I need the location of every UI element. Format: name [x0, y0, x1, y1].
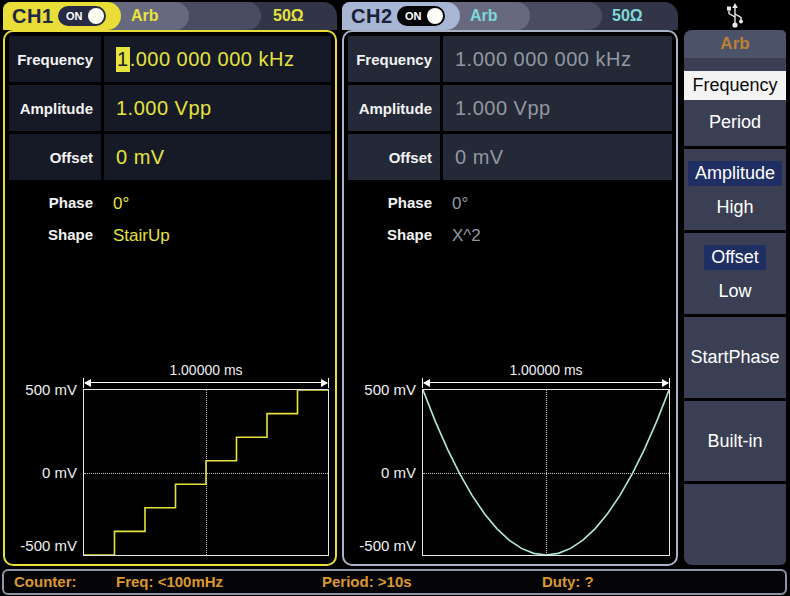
ch2-mode-label: Arb: [470, 7, 498, 25]
menu-item-period[interactable]: Period: [709, 112, 761, 133]
ch1-shape-value: StairUp: [101, 226, 170, 246]
ch1-phase-label: Phase: [9, 194, 101, 214]
ch1-power-toggle[interactable]: ON: [58, 6, 106, 26]
ch1-toggle-knob: [88, 8, 104, 24]
ch2-power-state: ON: [405, 10, 422, 22]
ch2-timespan-label: 1.00000 ms: [422, 362, 670, 378]
ch1-shape-label: Shape: [9, 226, 101, 246]
menu-item-startphase[interactable]: StartPhase: [690, 347, 779, 368]
menu-item-offset[interactable]: Offset: [704, 245, 766, 270]
ch1-mode-label: Arb: [131, 7, 159, 25]
ch1-panel: CH1 ON Arb 50Ω Frequency 1.000 000 000 k…: [3, 2, 337, 566]
ch1-phase-shape: Phase 0° Shape StairUp: [9, 194, 331, 258]
ch1-edit-cursor: 1: [116, 47, 130, 72]
ch2-offset-label: Offset: [348, 134, 440, 180]
ch2-phase-value: 0°: [440, 194, 468, 214]
ch1-ymin-label: -500 mV: [9, 537, 77, 554]
ch1-phase-value: 0°: [101, 194, 129, 214]
counter-duty: Duty: ?: [542, 573, 594, 590]
ch2-amplitude-label: Amplitude: [348, 85, 440, 131]
ch1-offset-row: Offset 0 mV: [9, 134, 331, 180]
ch2-frequency-value[interactable]: 1.000 000 000 kHz: [443, 36, 672, 82]
menu-item-builtin[interactable]: Built-in: [707, 431, 762, 452]
ch2-power-toggle[interactable]: ON: [397, 6, 445, 26]
ch2-header: CH2 ON Arb 50Ω: [342, 2, 678, 30]
counter-period: Period: >10s: [322, 573, 412, 590]
ch1-waveform-area: 1.00000 ms 500 mV 0 mV -500 mV: [9, 362, 331, 556]
ch2-phase-label: Phase: [348, 194, 440, 214]
menu-item-frequency[interactable]: Frequency: [684, 71, 786, 100]
menu-section-amplitude: Amplitude High: [684, 146, 786, 230]
menu-section-startphase: StartPhase: [684, 314, 786, 398]
ch2-toggle-knob: [427, 8, 443, 24]
ch1-ymax-label: 500 mV: [9, 381, 77, 398]
usb-icon: [725, 3, 745, 29]
ch1-waveform-plot: [83, 389, 329, 556]
ch2-waveform-path: [423, 390, 669, 555]
softkey-menu-panel: Arb Frequency Period Amplitude High Offs…: [684, 30, 786, 565]
arrow-right-icon: [662, 379, 669, 387]
counter-statusbar: Counter: Freq: <100mHz Period: >10s Duty…: [2, 569, 787, 595]
ch1-frequency-label: Frequency: [9, 36, 101, 82]
ch2-amplitude-row: Amplitude 1.000 Vpp: [348, 85, 672, 131]
ch2-waveform-area: 1.00000 ms 500 mV 0 mV -500 mV: [348, 362, 672, 556]
arrow-left-icon: [84, 379, 91, 387]
ch1-frequency-row: Frequency 1.000 000 000 kHz: [9, 36, 331, 82]
ch2-label: CH2: [351, 5, 393, 28]
arrow-right-icon: [321, 379, 328, 387]
ch1-offset-value[interactable]: 0 mV: [104, 134, 331, 180]
menu-section-empty: [684, 481, 786, 563]
menu-section-builtin: Built-in: [684, 398, 786, 481]
ch1-frequency-value-rest: .000 000 000 kHz: [130, 48, 295, 71]
ch1-waveform-path: [84, 390, 328, 555]
ch2-ymax-label: 500 mV: [348, 381, 416, 398]
ch1-body: Frequency 1.000 000 000 kHz Amplitude 1.…: [3, 30, 337, 566]
ch2-frequency-label: Frequency: [348, 36, 440, 82]
ch2-body: Frequency 1.000 000 000 kHz Amplitude 1.…: [342, 30, 678, 566]
ch2-shape-label: Shape: [348, 226, 440, 246]
menu-item-low[interactable]: Low: [718, 281, 751, 302]
ch2-offset-row: Offset 0 mV: [348, 134, 672, 180]
ch2-frequency-row: Frequency 1.000 000 000 kHz: [348, 36, 672, 82]
ch2-panel: CH2 ON Arb 50Ω Frequency 1.000 000 000 k…: [342, 2, 678, 566]
usb-status: [684, 2, 786, 30]
ch1-impedance-label: 50Ω: [273, 7, 304, 25]
ch1-timespan-arrow: [83, 378, 329, 388]
ch1-offset-label: Offset: [9, 134, 101, 180]
ch2-impedance-label: 50Ω: [612, 7, 643, 25]
ch1-amplitude-row: Amplitude 1.000 Vpp: [9, 85, 331, 131]
ch1-frequency-value[interactable]: 1.000 000 000 kHz: [104, 36, 331, 82]
ch2-yzero-label: 0 mV: [348, 464, 416, 481]
ch1-amplitude-value[interactable]: 1.000 Vpp: [104, 85, 331, 131]
ch1-amplitude-label: Amplitude: [9, 85, 101, 131]
ch1-label: CH1: [12, 5, 54, 28]
ch2-timespan-arrow: [422, 378, 670, 388]
arrow-left-icon: [423, 379, 430, 387]
menu-section-offset: Offset Low: [684, 230, 786, 314]
ch2-waveform-plot: [422, 389, 670, 556]
ch2-offset-value[interactable]: 0 mV: [443, 134, 672, 180]
menu-item-high[interactable]: High: [716, 197, 753, 218]
counter-freq: Freq: <100mHz: [116, 573, 223, 590]
menu-item-amplitude[interactable]: Amplitude: [688, 161, 782, 186]
ch2-ymin-label: -500 mV: [348, 537, 416, 554]
ch1-header: CH1 ON Arb 50Ω: [3, 2, 337, 30]
ch1-timespan-label: 1.00000 ms: [83, 362, 329, 378]
ch2-phase-shape: Phase 0° Shape X^2: [348, 194, 672, 258]
menu-title: Arb: [684, 30, 786, 58]
ch1-yzero-label: 0 mV: [9, 464, 77, 481]
softkey-menu: Arb Frequency Period Amplitude High Offs…: [684, 0, 790, 596]
ch2-amplitude-value[interactable]: 1.000 Vpp: [443, 85, 672, 131]
ch1-power-state: ON: [66, 10, 83, 22]
menu-section-frequency: Frequency Period: [684, 58, 786, 146]
ch2-shape-value: X^2: [440, 226, 481, 246]
counter-label: Counter:: [14, 573, 77, 590]
